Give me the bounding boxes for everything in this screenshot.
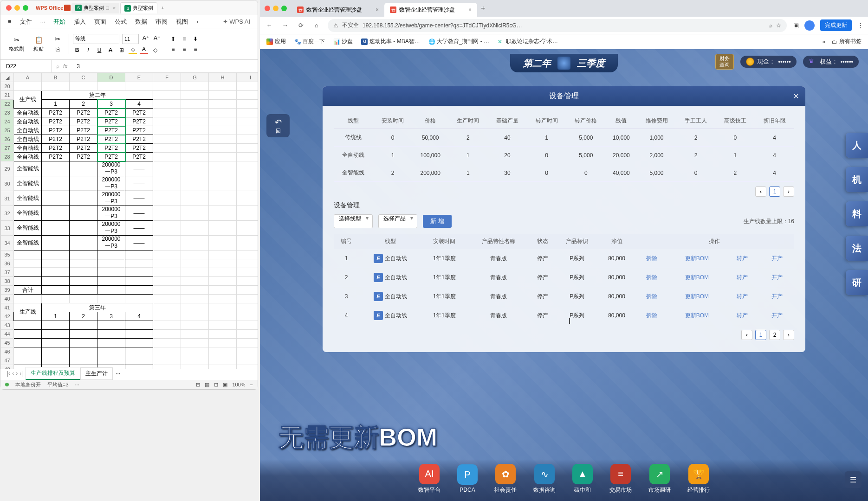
menu-tab-view[interactable]: 视图 — [176, 18, 188, 26]
update-bom-link[interactable]: 更新BOM — [682, 293, 712, 300]
cell[interactable]: 第二年 — [42, 91, 153, 100]
row-header[interactable]: 30 — [1, 176, 14, 191]
align-right-icon[interactable]: ≡ — [191, 45, 200, 53]
row-header[interactable]: 44 — [1, 330, 14, 339]
side-tab-machine[interactable]: 机 — [846, 167, 868, 192]
close-icon[interactable]: × — [113, 5, 116, 11]
clear-format-icon[interactable]: ◇ — [151, 46, 159, 54]
menu-icon[interactable]: ⋮ — [857, 22, 863, 29]
nav-menu-button[interactable]: ☰ — [845, 471, 862, 488]
row-header[interactable]: 38 — [1, 277, 14, 286]
add-button[interactable]: 新 增 — [423, 215, 452, 228]
sheet-tab-1[interactable]: 主生产计 — [80, 367, 113, 380]
maximize-icon[interactable] — [281, 6, 287, 11]
row-header[interactable]: 24 — [1, 117, 14, 126]
format-painter[interactable]: ✂ 格式刷 — [6, 35, 27, 52]
reload-icon[interactable]: ⟳ — [296, 22, 305, 29]
convert-link[interactable]: 转产 — [734, 293, 751, 300]
update-bom-link[interactable]: 更新BOM — [682, 274, 712, 281]
last-sheet-icon[interactable]: ›| — [19, 370, 23, 377]
spreadsheet-grid[interactable]: ◢ A B C D E F G H I 20 21 生产线 第二年 22 1 2… — [0, 73, 258, 369]
strike-icon[interactable]: A̶ — [106, 46, 115, 54]
back-button[interactable]: ↶ 回 — [266, 114, 290, 137]
align-top-icon[interactable]: ⬆ — [169, 35, 177, 43]
menu-more[interactable]: ··· — [40, 18, 45, 25]
sheet-tab-0[interactable]: 生产线排程及预算 — [26, 367, 80, 380]
cell[interactable]: 全自动线 — [14, 109, 42, 117]
align-bottom-icon[interactable]: ⬇ — [191, 35, 200, 43]
remove-link[interactable]: 拆除 — [643, 312, 660, 319]
menu-tab-data[interactable]: 数据 — [135, 18, 147, 26]
all-bookmarks-button[interactable]: 🗀所有书签 — [832, 38, 862, 45]
maximize-icon[interactable] — [23, 5, 28, 11]
home-icon[interactable]: ⌂ — [312, 22, 321, 29]
update-bom-link[interactable]: 更新BOM — [682, 312, 712, 319]
row-header[interactable]: 33 — [1, 221, 14, 236]
first-sheet-icon[interactable]: |‹ — [7, 370, 10, 377]
chevron-right-icon[interactable]: › — [196, 18, 198, 25]
cell[interactable]: 生产线 — [14, 91, 42, 109]
col-header[interactable]: G — [181, 73, 209, 82]
paste-button[interactable]: 📋 粘贴 — [31, 35, 46, 52]
bookmark-item[interactable]: M速动比率 - MBA智… — [361, 38, 420, 45]
wps-doc-tab-0[interactable]: S 典型案例 □ × — [71, 3, 119, 13]
row-header[interactable]: 20 — [1, 82, 14, 91]
line-type-select[interactable]: 选择线型 — [334, 214, 373, 228]
wps-home-icon[interactable] — [64, 5, 71, 11]
align-left-icon[interactable]: ≡ — [169, 45, 177, 53]
sheet-more[interactable]: ··· — [113, 370, 123, 377]
row-header[interactable]: 22 — [1, 100, 14, 109]
fill-color-icon[interactable]: ◇ — [129, 46, 137, 54]
nav-item-carbon[interactable]: ▲碳中和 — [572, 464, 593, 494]
row-header[interactable]: 21 — [1, 91, 14, 100]
side-tab-people[interactable]: 人 — [846, 133, 868, 158]
col-header[interactable]: C — [70, 73, 97, 82]
star-icon[interactable]: ☆ — [776, 22, 781, 29]
row-header[interactable]: 29 — [1, 161, 14, 176]
nav-item-data[interactable]: ∿数据咨询 — [533, 464, 556, 494]
cell[interactable]: 4 — [125, 100, 153, 109]
bold-icon[interactable]: B — [73, 46, 81, 54]
address-bar[interactable]: ⚠ 不安全 192.168.155.2/estweb/game-center?q… — [328, 19, 787, 32]
view-reading-icon[interactable]: ▣ — [223, 382, 227, 388]
page-button[interactable]: 2 — [769, 330, 780, 340]
select-all-corner[interactable]: ◢ — [1, 73, 14, 82]
row-header[interactable]: 25 — [1, 126, 14, 135]
cell[interactable]: 2 — [70, 100, 97, 109]
pin-icon[interactable]: □ — [106, 5, 109, 11]
row-header[interactable]: 41 — [1, 303, 14, 312]
file-menu[interactable]: 文件 — [20, 18, 32, 26]
page-button[interactable]: 1 — [769, 186, 780, 197]
convert-link[interactable]: 转产 — [734, 274, 751, 281]
search-in-url-icon[interactable]: ⌕ — [769, 22, 772, 29]
row-header[interactable]: 23 — [1, 109, 14, 117]
bookmark-item[interactable]: 🌐大学教育_期刊网 - … — [428, 38, 489, 45]
zoom-out-icon[interactable]: − — [250, 382, 253, 387]
close-icon[interactable] — [6, 5, 12, 11]
fx-icon[interactable]: fx — [63, 63, 67, 70]
next-sheet-icon[interactable]: › — [16, 370, 18, 377]
row-header[interactable]: 47 — [1, 356, 14, 365]
new-tab-icon[interactable]: + — [158, 5, 167, 11]
nav-item-csr[interactable]: ✿社会责任 — [494, 464, 517, 494]
minimize-icon[interactable] — [273, 6, 279, 11]
chrome-tab-0[interactable]: 云 数智企业经营管理沙盘 × — [291, 3, 384, 17]
close-icon[interactable] — [265, 6, 270, 11]
hamburger-icon[interactable]: ≡ — [8, 18, 12, 25]
wps-doc-tab-1[interactable]: S 典型案例 — [120, 2, 157, 13]
row-header[interactable]: 28 — [1, 153, 14, 161]
next-page-button[interactable]: › — [783, 186, 794, 197]
zoom-value[interactable]: 100% — [232, 382, 245, 387]
profile-icon[interactable] — [804, 20, 815, 31]
view-break-icon[interactable]: ⊡ — [214, 382, 218, 388]
side-tab-method[interactable]: 法 — [846, 236, 868, 261]
font-grow-icon[interactable]: A⁺ — [142, 34, 150, 42]
italic-icon[interactable]: I — [84, 46, 92, 54]
row-header[interactable]: 26 — [1, 135, 14, 144]
search-icon[interactable]: ⌕ — [56, 63, 59, 70]
scissors-icon[interactable]: ✂ — [53, 34, 62, 44]
font-shrink-icon[interactable]: A⁻ — [153, 34, 161, 42]
font-color-icon[interactable]: A — [140, 46, 148, 54]
prev-page-button[interactable]: ‹ — [755, 186, 766, 197]
side-tab-research[interactable]: 研 — [846, 270, 868, 295]
